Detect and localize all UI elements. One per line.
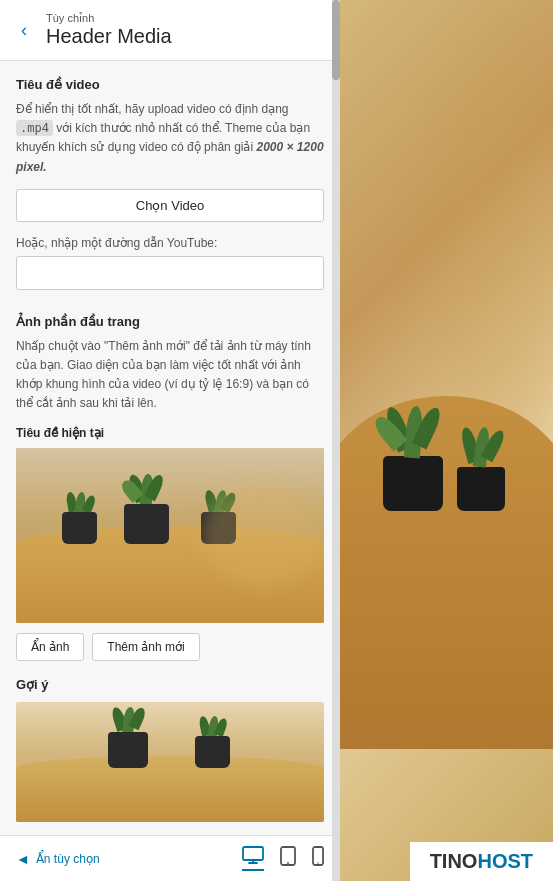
add-new-image-button[interactable]: Thêm ảnh mới <box>92 633 199 661</box>
hero-description: Nhấp chuột vào "Thêm ảnh mới" để tải ảnh… <box>16 337 324 414</box>
tablet-icon[interactable] <box>280 846 296 871</box>
video-section-title: Tiêu đề video <box>16 77 324 92</box>
youtube-input[interactable] <box>16 256 324 290</box>
pot-body-1 <box>124 504 169 544</box>
mobile-icon[interactable] <box>312 846 324 871</box>
video-section: Tiêu đề video Để hiển thị tốt nhất, hãy … <box>16 77 324 306</box>
panel-footer: ◄ Ẩn tùy chọn <box>0 835 340 881</box>
tino-host-footer: TINO HOST <box>410 842 553 881</box>
right-bg <box>340 0 553 881</box>
right-plant-1 <box>383 456 443 511</box>
current-image-thumbnail <box>16 448 324 623</box>
current-image-label: Tiêu đề hiện tại <box>16 426 324 440</box>
tino-text: TINO <box>430 850 478 873</box>
youtube-label: Hoặc, nhập một đường dẫn YouTube: <box>16 236 324 250</box>
footer-back-label: Ẩn tùy chọn <box>36 852 100 866</box>
suggestion-table <box>16 756 324 822</box>
right-pot-2 <box>457 467 505 511</box>
header-titles: Tùy chỉnh Header Media <box>46 12 172 48</box>
left-panel: ‹ Tùy chỉnh Header Media Tiêu đề video Đ… <box>0 0 340 881</box>
suggestion-thumbnail <box>16 702 324 822</box>
svg-rect-0 <box>243 847 263 860</box>
suggestion-image-scene <box>16 702 324 822</box>
video-description: Để hiển thị tốt nhất, hãy upload video c… <box>16 100 324 177</box>
hero-section: Ảnh phần đầu trang Nhấp chuột vào "Thêm … <box>16 314 324 822</box>
bg-blur <box>201 483 324 588</box>
right-panel: TINO HOST <box>340 0 553 881</box>
scrollbar[interactable] <box>332 0 340 881</box>
panel-content: Tiêu đề video Để hiển thị tốt nhất, hãy … <box>0 61 340 835</box>
choose-video-button[interactable]: Chọn Video <box>16 189 324 222</box>
hero-section-title: Ảnh phần đầu trang <box>16 314 324 329</box>
suggestion-pot-body-2 <box>195 736 230 768</box>
header-subtitle: Tùy chỉnh <box>46 12 172 25</box>
pot-body-3 <box>62 512 97 544</box>
device-icons <box>242 846 324 871</box>
right-plant-2 <box>457 467 505 511</box>
footer-back-button[interactable]: ◄ Ẩn tùy chọn <box>16 851 100 867</box>
header-title: Header Media <box>46 25 172 48</box>
back-button[interactable]: ‹ <box>10 16 38 44</box>
right-pot-1 <box>383 456 443 511</box>
action-buttons: Ẩn ảnh Thêm ảnh mới <box>16 633 324 661</box>
suggestion-title: Gợi ý <box>16 677 324 692</box>
plant-pot-1 <box>124 504 169 544</box>
svg-point-4 <box>317 862 319 864</box>
suggestion-plant-1 <box>108 732 148 768</box>
footer-back-icon: ◄ <box>16 851 30 867</box>
suggestion-pot-body-1 <box>108 732 148 768</box>
plant-pot-3 <box>62 512 97 544</box>
image-scene <box>16 448 324 623</box>
host-text: HOST <box>477 850 533 873</box>
hide-image-button[interactable]: Ẩn ảnh <box>16 633 84 661</box>
svg-point-2 <box>287 862 289 864</box>
desktop-icon[interactable] <box>242 846 264 871</box>
suggestion-plant-2 <box>195 736 230 768</box>
scroll-thumb[interactable] <box>332 0 340 80</box>
panel-header: ‹ Tùy chỉnh Header Media <box>0 0 340 61</box>
